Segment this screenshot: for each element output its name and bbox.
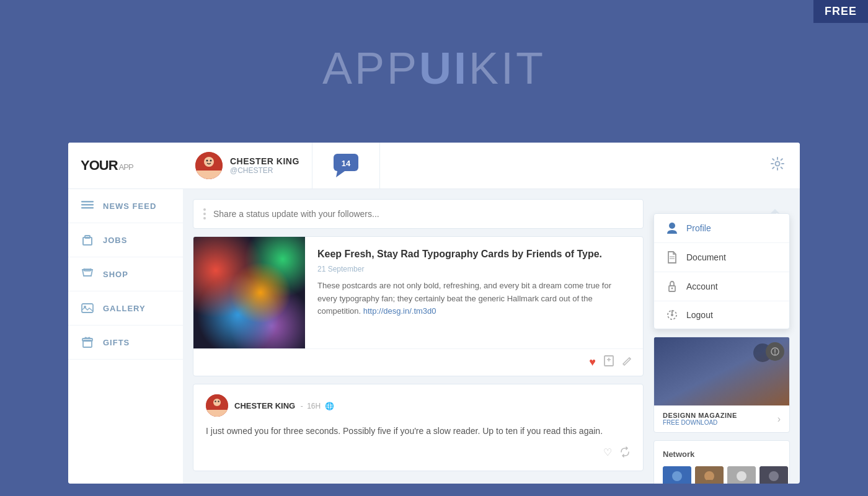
promo-title: DESIGNN MAGAZINE [663, 412, 737, 419]
logo-area: YOURAPP [68, 143, 183, 189]
dropdown-menu: Profile Document [653, 213, 790, 329]
notification-section[interactable]: 14 [312, 143, 380, 188]
post2-author: CHESTER KING [234, 401, 295, 410]
logo: YOURAPP [81, 157, 133, 174]
sidebar-item-gifts[interactable]: GIFTS [68, 326, 183, 360]
svg-point-47 [769, 471, 779, 481]
post2-meta: CHESTER KING - 16H 🌐 [234, 400, 334, 411]
promo-text: DESIGNN MAGAZINE FREE DOWNLOAD [663, 412, 737, 426]
feed-area: Keep Fresh, Stay Rad Typography Cards by… [183, 189, 800, 484]
logo-your: YOUR [81, 157, 118, 173]
svg-point-38 [672, 471, 682, 481]
logout-icon [665, 309, 679, 321]
promo-arrow-icon[interactable]: › [777, 414, 781, 425]
nav-label-shop: SHOP [103, 270, 128, 279]
title-app-part: APP [322, 43, 419, 93]
post-text: These postcards are not only bold, refre… [317, 280, 631, 318]
svg-point-41 [704, 471, 714, 481]
status-box [193, 199, 644, 229]
user-profile-section[interactable]: CHESTER KING @CHESTER [183, 143, 312, 188]
post-date: 21 September [317, 265, 631, 273]
svg-point-12 [206, 160, 208, 162]
post2-actions: ♡ [206, 446, 631, 461]
settings-section[interactable] [755, 143, 800, 188]
svg-rect-1 [81, 204, 94, 206]
post-card-1: Keep Fresh, Stay Rad Typography Cards by… [193, 236, 644, 376]
account-label: Account [686, 281, 718, 291]
svg-point-22 [218, 401, 219, 402]
promo-card: DESIGNN MAGAZINE FREE DOWNLOAD › [653, 337, 790, 433]
nav-label-gallery: GALLERY [103, 304, 146, 313]
post2-repost-icon[interactable] [619, 446, 631, 461]
svg-point-44 [737, 471, 746, 481]
sidebar-item-shop[interactable]: SHOP [68, 257, 183, 291]
svg-point-20 [213, 399, 221, 406]
network-title: Network [663, 450, 781, 459]
svg-point-36 [774, 353, 776, 355]
app-title: APPUIKIT [322, 43, 546, 94]
post2-separator: - [301, 402, 303, 410]
post2-header: CHESTER KING - 16H 🌐 [206, 394, 631, 417]
promo-subtitle: FREE DOWNLOAD [663, 419, 737, 426]
dropdown-item-account[interactable]: Account [654, 272, 789, 301]
post-content: Keep Fresh, Stay Rad Typography Cards by… [305, 237, 643, 348]
post-image-row: Keep Fresh, Stay Rad Typography Cards by… [193, 237, 643, 348]
gear-icon[interactable] [770, 156, 785, 175]
profile-icon [665, 222, 679, 234]
nav-label-jobs: JOBS [103, 236, 127, 245]
network-avatar-4[interactable] [760, 466, 788, 484]
gallery-icon [81, 301, 94, 315]
user-info: CHESTER KING @CHESTER [230, 156, 299, 175]
profile-label: Profile [686, 223, 711, 233]
like-icon[interactable]: ♥ [589, 356, 596, 369]
dropdown-container: Profile Document [653, 209, 790, 337]
sidebar-item-gallery[interactable]: GALLERY [68, 291, 183, 326]
gifts-icon [81, 335, 94, 349]
sidebar-item-jobs[interactable]: JOBS [68, 223, 183, 257]
sidebar-item-news-feed[interactable]: NEWS FEED [68, 189, 183, 223]
free-badge: FREE [813, 0, 868, 23]
post2-like-icon[interactable]: ♡ [603, 446, 612, 461]
hero-section: APPUIKIT [0, 0, 868, 136]
status-input[interactable] [213, 209, 633, 219]
user-avatar [195, 152, 223, 179]
svg-rect-2 [81, 207, 94, 209]
sidebar: YOURAPP NEWS FEED JOBS SHOP GALLERY [68, 143, 183, 484]
post2-globe-icon: 🌐 [325, 402, 334, 410]
dropdown-item-profile[interactable]: Profile [654, 214, 789, 243]
dropdown-item-document[interactable]: Document [654, 243, 789, 272]
post2-avatar [206, 394, 228, 417]
network-avatar-3[interactable] [727, 466, 756, 484]
svg-rect-14 [195, 170, 223, 179]
document-icon [665, 251, 679, 264]
user-handle: @CHESTER [230, 166, 299, 175]
network-grid [663, 466, 781, 484]
svg-point-28 [671, 288, 673, 290]
svg-point-17 [776, 162, 780, 166]
network-avatar-1[interactable] [663, 466, 691, 484]
chat-bubble-container: 14 [331, 153, 361, 179]
post-title: Keep Fresh, Stay Rad Typography Cards by… [317, 248, 631, 261]
edit-icon[interactable] [622, 355, 633, 370]
network-section: Network [653, 440, 790, 484]
promo-image [654, 337, 789, 405]
post-text-content: These postcards are not only bold, refre… [317, 281, 611, 316]
document-label: Document [686, 252, 726, 262]
dropdown-item-logout[interactable]: Logout [654, 301, 789, 329]
svg-point-30 [671, 314, 673, 316]
feed-main: Keep Fresh, Stay Rad Typography Cards by… [193, 199, 644, 474]
typing-dots-icon [203, 208, 206, 219]
main-card: YOURAPP NEWS FEED JOBS SHOP GALLERY [68, 143, 800, 484]
post-link[interactable]: http://desg.in/.tm3d0 [363, 306, 436, 316]
logo-app: APP [119, 162, 133, 172]
svg-text:14: 14 [342, 159, 351, 168]
account-lock-icon [665, 280, 679, 293]
nav-label-news-feed: NEWS FEED [103, 202, 156, 211]
post-actions: ♥ [193, 348, 643, 376]
post2-text: I just owned you for three seconds. Poss… [206, 424, 631, 438]
bookmark-icon[interactable] [603, 355, 614, 370]
topbar: CHESTER KING @CHESTER 14 [183, 143, 800, 189]
svg-point-11 [204, 157, 214, 167]
network-avatar-2[interactable] [695, 466, 724, 484]
svg-rect-23 [206, 410, 228, 417]
